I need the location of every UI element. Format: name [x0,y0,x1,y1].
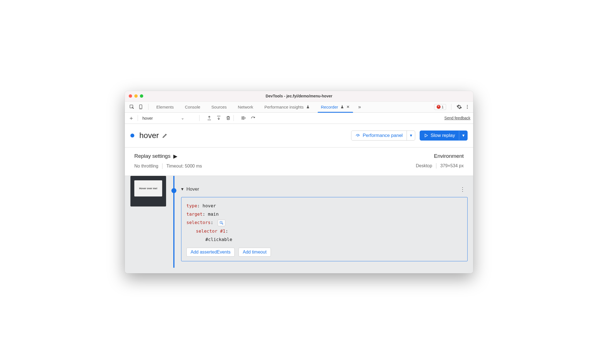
env-dimensions: 379×534 px [440,163,464,168]
value-selector: #clickable [205,237,232,242]
tab-label: Network [238,105,253,109]
inspect-icon[interactable] [129,104,134,109]
performance-panel-button[interactable]: Performance panel ▾ [351,131,415,141]
timeline: Hover over me! ▾ Hover ⋮ type: hover tar… [125,176,473,273]
tab-label: Recorder [321,105,338,109]
divider [148,104,149,110]
divider [162,163,162,169]
recording-name: hover [142,116,153,120]
chevron-right-icon: ▶ [173,153,178,159]
tab-elements[interactable]: Elements [151,102,179,112]
slow-replay-button[interactable]: Slow replay ▾ [420,131,468,141]
pencil-icon[interactable] [162,133,168,138]
tab-console[interactable]: Console [179,102,206,112]
traffic-lights [129,94,143,98]
step-header[interactable]: ▾ Hover ⋮ [181,186,468,193]
devtools-window: DevTools - jec.fyi/demo/menu-hover Eleme… [125,91,473,273]
env-device: Desktop [416,163,432,168]
tabs-row: Elements Console Sources Network Perform… [125,102,473,113]
chevron-down-icon[interactable]: ▾ [407,131,415,140]
divider [199,115,200,121]
throttling-label: No throttling [134,164,158,169]
key-type: type [186,203,197,208]
chevron-down-icon: ▾ [181,186,184,192]
add-timeout-button[interactable]: Add timeout [239,248,271,257]
chevron-down-icon: ⌄ [181,115,184,120]
window-title: DevTools - jec.fyi/demo/menu-hover [125,94,473,98]
timeout-label: Timeout: 5000 ms [166,164,202,169]
step-title: Hover [186,186,199,192]
trash-icon[interactable] [226,115,231,120]
device-icon[interactable] [138,104,143,109]
add-asserted-events-button[interactable]: Add assertedEvents [186,248,235,257]
button-label: Performance panel [363,133,403,138]
step-play-icon[interactable] [241,115,246,120]
replay-settings-toggle[interactable]: Replay settings ▶ [134,153,202,159]
tab-label: Elements [156,105,174,109]
import-icon[interactable] [216,115,221,120]
divider [451,104,451,110]
error-count: 1 [442,105,444,109]
tab-label: Sources [212,105,227,109]
key-selectors: selectors [186,220,211,225]
more-tabs-icon[interactable]: » [355,104,364,110]
kebab-icon[interactable] [465,104,470,109]
divider [138,115,138,121]
chevron-down-icon[interactable]: ▾ [459,131,467,140]
maximize-button[interactable] [140,94,143,98]
tab-recorder[interactable]: Recorder ✕ [315,102,356,112]
timeline-line [171,176,177,268]
tab-network[interactable]: Network [232,102,259,112]
flask-icon [306,105,310,109]
recording-status-icon [130,134,134,137]
settings-row: Replay settings ▶ No throttling Timeout:… [125,147,473,176]
thumbnail-column: Hover over me! [130,176,167,268]
value-type: hover [203,203,216,208]
svg-point-3 [467,105,468,106]
tab-performance-insights[interactable]: Performance insights [259,102,315,112]
tab-label: Console [185,105,200,109]
settings-heading: Replay settings [134,153,171,159]
close-button[interactable] [129,94,132,98]
error-icon [437,105,441,109]
export-icon[interactable] [207,115,212,120]
recording-select[interactable]: hover ⌄ [141,115,196,120]
divider [234,115,234,121]
tab-sources[interactable]: Sources [206,102,232,112]
recording-header: hover Performance panel ▾ Slow r [125,124,473,147]
gear-icon[interactable] [456,104,462,110]
titlebar: DevTools - jec.fyi/demo/menu-hover [125,91,473,102]
recorder-toolbar: ＋ hover ⌄ Send feedback [125,113,473,124]
step-details-card: type: hover target: main selectors: sele… [181,197,468,262]
button-label: Slow replay [431,133,455,138]
recording-title: hover [139,131,159,140]
tab-label: Performance insights [264,105,304,109]
svg-point-8 [358,136,358,136]
send-feedback-link[interactable]: Send feedback [444,116,470,120]
thumbnail-text: Hover over me! [134,180,162,196]
key-target: target [186,211,203,217]
element-picker-button[interactable] [218,220,225,226]
value-target: main [208,211,219,217]
svg-point-4 [467,107,468,107]
gauge-icon [355,133,360,138]
errors-badge[interactable]: 1 [434,104,446,110]
step-thumbnail[interactable]: Hover over me! [130,176,166,206]
minimize-button[interactable] [134,94,138,98]
new-recording-button[interactable]: ＋ [128,114,135,122]
svg-point-5 [467,108,468,109]
play-icon [424,133,428,138]
environment-heading: Environment [434,153,464,159]
kebab-icon[interactable]: ⋮ [460,186,468,193]
redo-icon[interactable] [251,115,256,120]
key-selector-1: selector #1 [196,228,225,234]
step-node-icon[interactable] [171,188,176,193]
flask-icon [340,105,344,109]
close-icon[interactable]: ✕ [346,105,350,109]
divider [436,163,436,169]
